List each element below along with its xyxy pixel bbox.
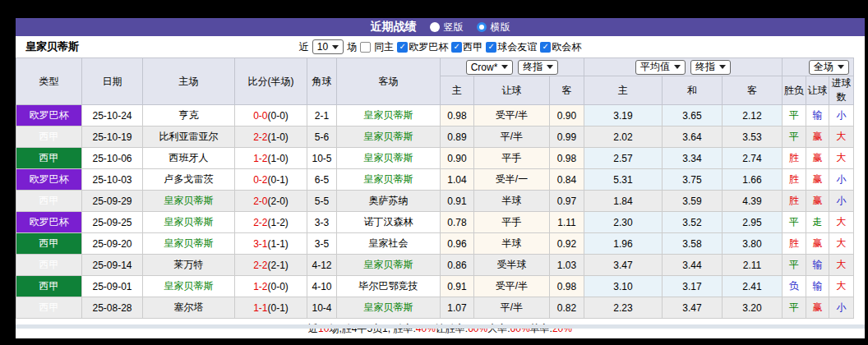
away-team-link[interactable]: 皇家贝蒂斯 — [337, 169, 441, 191]
away-team-link[interactable]: 毕尔巴鄂竞技 — [337, 276, 441, 297]
result-handicap: 走 — [806, 212, 829, 233]
euro-home-odds: 3.10 — [584, 276, 663, 297]
subcol-ah-line: 让球 — [474, 76, 550, 105]
chevron-down-icon — [332, 45, 339, 49]
league-filter: 欧会杯 — [540, 40, 581, 54]
corner-count: 2-1 — [307, 105, 337, 126]
ah-away-odds: 0.92 — [550, 233, 584, 255]
result-handicap: 赢 — [806, 126, 829, 148]
result-wdl: 胜 — [783, 233, 806, 255]
layout-horizontal-option[interactable]: 横版 — [477, 21, 510, 34]
summary-footer: 近 10 场,胜4平5负1, 胜率: 40% 让胜率: 60% 大率: 60% … — [16, 319, 865, 338]
away-team-link[interactable]: 皇家贝蒂斯 — [337, 126, 441, 148]
league-checkbox[interactable] — [486, 42, 496, 53]
home-team-link[interactable]: 西班牙人 — [143, 148, 235, 169]
ah-handicap-line: 平/半 — [474, 126, 550, 148]
match-row: 西甲 25-09-01 皇家贝蒂斯 1-2(0-0) 4-10 毕尔巴鄂竞技 0… — [16, 276, 854, 297]
halftime-score: (1-2) — [268, 217, 289, 228]
away-team-link[interactable]: 奥萨苏纳 — [337, 191, 441, 212]
ah-away-odds: 1.11 — [550, 212, 584, 233]
halftime-score: (1-0) — [268, 153, 289, 164]
corner-count: 3-3 — [307, 212, 337, 233]
score-cell: 1-1(0-1) — [235, 297, 307, 319]
halftime-score: (0-1) — [268, 302, 289, 314]
ah-handicap-line: 受平/半 — [474, 105, 550, 126]
fulltime-score: 2-0 — [253, 196, 267, 207]
euro-odds-source-select[interactable]: 平均值 — [635, 60, 686, 75]
home-team-link[interactable]: 皇家贝蒂斯 — [143, 276, 235, 297]
match-row: 西甲 25-09-29 皇家贝蒂斯 2-0(2-0) 5-5 奥萨苏纳 0.91… — [16, 191, 854, 212]
halftime-score: (0-0) — [268, 110, 289, 122]
radio-selected-icon[interactable] — [477, 22, 487, 32]
corner-count: 5-6 — [307, 126, 337, 148]
match-date: 25-08-28 — [82, 297, 143, 319]
chevron-down-icon — [547, 65, 553, 69]
home-team-link[interactable]: 皇家贝蒂斯 — [143, 191, 235, 212]
euro-away-odds: 2.11 — [723, 255, 783, 276]
away-team-link[interactable]: 诺丁汉森林 — [337, 212, 441, 233]
euro-home-odds: 3.19 — [584, 105, 663, 126]
league-label: 西甲 — [463, 40, 482, 54]
result-goals: 大 — [829, 276, 854, 297]
score-cell: 2-2(2-1) — [235, 255, 307, 276]
result-handicap: 赢 — [806, 297, 829, 319]
match-date: 25-09-29 — [82, 191, 143, 212]
ah-handicap-line: 受平/半 — [474, 276, 550, 297]
euro-home-odds: 1.84 — [584, 191, 663, 212]
result-handicap: 赢 — [806, 233, 829, 255]
euro-away-odds: 3.20 — [723, 297, 783, 319]
bottom-strip — [16, 324, 865, 329]
match-row: 西甲 25-09-20 皇家贝蒂斯 3-1(1-1) 3-5 皇家社会 0.96… — [16, 233, 854, 255]
col-header-type: 类型 — [16, 58, 82, 105]
result-handicap: 赢 — [806, 191, 829, 212]
euro-draw-odds: 3.58 — [663, 233, 723, 255]
league-filter: 球会友谊 — [486, 40, 537, 54]
radio-unselected-icon[interactable] — [430, 22, 440, 32]
euro-home-odds: 1.96 — [584, 233, 663, 255]
match-date: 25-09-01 — [82, 276, 143, 297]
chevron-down-icon — [838, 65, 844, 69]
fulltime-score: 1-2 — [253, 153, 267, 164]
euro-odds-kind-select[interactable]: 终指 — [690, 60, 731, 75]
away-team-link[interactable]: 皇家贝蒂斯 — [337, 255, 441, 276]
result-goals: 小 — [829, 297, 854, 319]
ah-handicap-line: 受半/一 — [474, 169, 550, 191]
home-team-link[interactable]: 亨克 — [143, 105, 235, 126]
same-host-checkbox[interactable] — [360, 42, 371, 53]
league-checkbox[interactable] — [397, 42, 408, 53]
league-checkbox[interactable] — [451, 42, 462, 53]
league-checkbox[interactable] — [540, 42, 551, 53]
home-team-link[interactable]: 卢多戈雷茨 — [143, 169, 235, 191]
match-row: 西甲 25-10-19 比利亚雷亚尔 2-2(1-0) 5-6 皇家贝蒂斯 0.… — [16, 126, 854, 148]
same-host-label: 同主 — [374, 40, 394, 54]
result-goals: 大 — [829, 233, 854, 255]
home-team-link[interactable]: 皇家贝蒂斯 — [143, 233, 235, 255]
match-date: 25-09-20 — [82, 233, 143, 255]
home-team-link[interactable]: 莱万特 — [143, 255, 235, 276]
euro-home-odds: 2.30 — [584, 212, 663, 233]
layout-vertical-option[interactable]: 竖版 — [430, 21, 464, 34]
home-team-link[interactable]: 塞尔塔 — [143, 297, 235, 319]
away-team-link[interactable]: 皇家社会 — [337, 233, 441, 255]
away-team-link[interactable]: 皇家贝蒂斯 — [337, 105, 441, 126]
asian-odds-kind-select[interactable]: 终指 — [518, 60, 558, 75]
euro-draw-odds: 3.17 — [663, 276, 723, 297]
ah-home-odds: 1.04 — [441, 169, 474, 191]
home-team-link[interactable]: 皇家贝蒂斯 — [143, 212, 235, 233]
recent-count-select[interactable]: 10 — [312, 39, 344, 54]
col-header-corner: 角球 — [307, 58, 337, 105]
league-label: 欧罗巴杯 — [409, 40, 448, 54]
away-team-link[interactable]: 皇家贝蒂斯 — [337, 297, 441, 319]
league-label: 球会友谊 — [497, 40, 537, 54]
euro-draw-odds: 3.44 — [663, 255, 723, 276]
result-scope-select[interactable]: 全场 — [809, 60, 849, 75]
matches-label: 场 — [347, 40, 357, 54]
score-cell: 2-2(1-2) — [235, 212, 307, 233]
asian-odds-source-select[interactable]: Crow* — [466, 60, 514, 75]
home-team-link[interactable]: 比利亚雷亚尔 — [143, 126, 235, 148]
radio-vertical-label: 竖版 — [444, 21, 464, 34]
subcol-result-ah: 让球 — [806, 76, 829, 105]
match-row: 欧罗巴杯 25-09-25 皇家贝蒂斯 2-2(1-2) 3-3 诺丁汉森林 0… — [16, 212, 854, 233]
away-team-link[interactable]: 皇家贝蒂斯 — [337, 148, 441, 169]
euro-home-odds: 3.47 — [584, 255, 663, 276]
